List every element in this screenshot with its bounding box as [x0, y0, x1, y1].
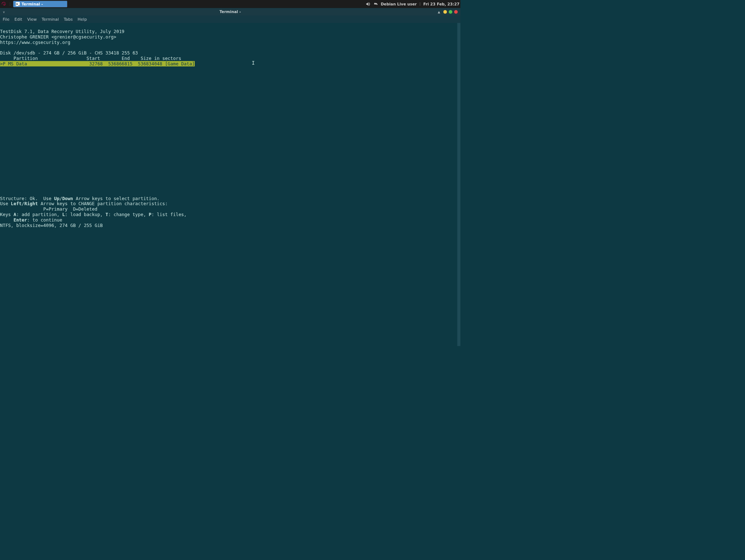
menu-file[interactable]: File — [3, 17, 9, 22]
key-up: Up — [54, 196, 60, 201]
term-line: Structure: Ok. Use — [0, 196, 54, 201]
text-cursor-icon: I — [252, 60, 255, 66]
scrollbar[interactable] — [457, 23, 460, 346]
menu-edit[interactable]: Edit — [15, 17, 23, 22]
term-line: Keys — [0, 212, 13, 217]
key-enter: Enter — [13, 217, 27, 223]
term-line: / — [60, 196, 62, 201]
term-line: : load backup, — [65, 212, 106, 217]
term-line: Christophe GRENIER <grenier@cgsecurity.o… — [0, 34, 116, 40]
minimize-button[interactable] — [443, 10, 447, 14]
menu-terminal[interactable]: Terminal — [42, 17, 59, 22]
term-line: : list files, — [152, 212, 187, 217]
partition-row-selected[interactable]: >P MS Data 32768 536866815 536834048 [Ga… — [0, 61, 195, 66]
separator-icon: ⋮ — [418, 2, 422, 6]
menu-view[interactable]: View — [27, 17, 37, 22]
window-controls: ▲ — [438, 10, 458, 14]
key-t: T — [105, 212, 108, 217]
term-line: Use — [0, 201, 11, 207]
power-manager-icon[interactable] — [373, 1, 379, 7]
taskbar-right: Debian Live user ⋮ Fri 23 Feb, 23:27 — [366, 1, 460, 7]
term-line: P=Primary D=Deleted — [0, 207, 97, 212]
term-line: Arrow keys to CHANGE partition character… — [38, 201, 168, 207]
term-line: : change type, — [108, 212, 149, 217]
titlebar-menu-dropdown-icon[interactable]: ∨ — [3, 10, 5, 14]
taskbar-app-label: Terminal - — [21, 2, 43, 6]
taskbar-app-terminal[interactable]: >_ Terminal - — [13, 1, 67, 7]
maximize-button[interactable] — [449, 10, 452, 14]
close-button[interactable] — [454, 10, 458, 14]
volume-icon[interactable] — [366, 1, 371, 7]
taskbar-left: ⋮ >_ Terminal - — [1, 1, 67, 7]
term-line: TestDisk 7.1, Data Recovery Utility, Jul… — [0, 29, 124, 34]
system-taskbar: ⋮ >_ Terminal - Debian Live user ⋮ Fri 2… — [0, 0, 460, 8]
menu-bar: File Edit View Terminal Tabs Help — [0, 16, 460, 23]
user-label[interactable]: Debian Live user — [381, 2, 417, 6]
term-line: https://www.cgsecurity.org — [0, 40, 70, 45]
key-down: Down — [62, 196, 73, 201]
terminal-output[interactable]: TestDisk 7.1, Data Recovery Utility, Jul… — [0, 23, 460, 346]
key-left: Left — [11, 201, 22, 207]
menu-tabs[interactable]: Tabs — [64, 17, 73, 22]
menu-help[interactable]: Help — [78, 17, 87, 22]
key-right: Right — [24, 201, 38, 207]
term-line — [0, 217, 13, 223]
separator-icon: ⋮ — [8, 2, 12, 6]
term-line: Arrow keys to select partition. — [73, 196, 160, 201]
terminal-app-icon: >_ — [16, 2, 20, 6]
term-line: Partition Start End Size in sectors — [0, 56, 181, 61]
term-line: Disk /dev/sdb - 274 GB / 256 GiB - CHS 3… — [0, 50, 138, 56]
window-title: Terminal - — [220, 10, 241, 14]
term-line: NTFS, blocksize=4096, 274 GB / 255 GiB — [0, 223, 103, 228]
term-line: : to continue — [27, 217, 62, 223]
key-l: L — [62, 212, 65, 217]
debian-logo-icon[interactable] — [1, 1, 7, 7]
term-line: : add partition, — [16, 212, 63, 217]
window-titlebar[interactable]: ∨ Terminal - ▲ — [0, 8, 460, 16]
keep-above-icon[interactable]: ▲ — [438, 10, 440, 14]
clock-label[interactable]: Fri 23 Feb, 23:27 — [423, 2, 460, 6]
